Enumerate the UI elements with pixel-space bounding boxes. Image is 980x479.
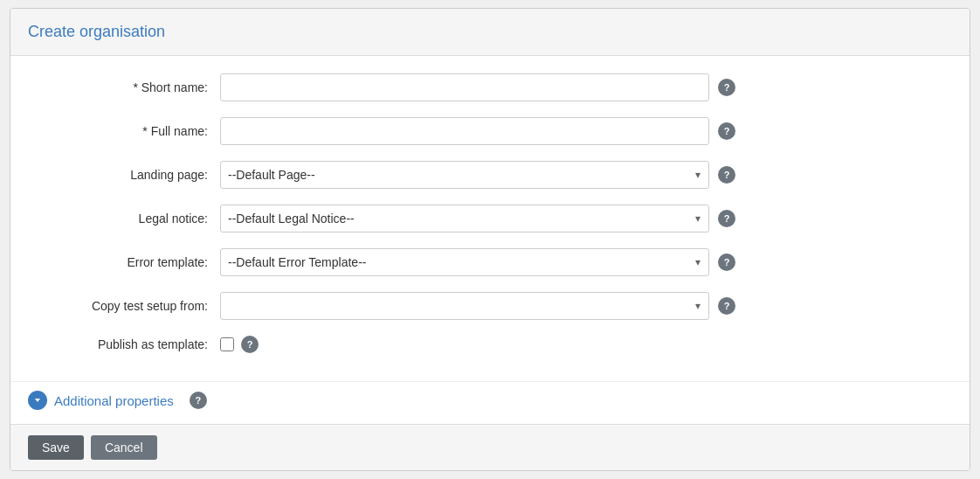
copy-test-control-wrap: ▾ (220, 292, 709, 320)
error-template-select-wrap: --Default Error Template-- ▾ (220, 248, 709, 276)
error-template-help-icon[interactable]: ? (718, 253, 735, 271)
copy-test-row: Copy test setup from: ▾ ? (28, 292, 952, 320)
short-name-control-wrap (220, 73, 709, 101)
additional-properties-help-icon[interactable]: ? (190, 392, 207, 409)
legal-notice-label: Legal notice: (28, 212, 220, 226)
landing-page-row: Landing page: --Default Page-- ▾ ? (28, 161, 952, 189)
publish-template-row: Publish as template: ? (28, 336, 952, 353)
modal-title: Create organisation (28, 23, 952, 41)
publish-template-checkbox[interactable] (220, 337, 234, 351)
legal-notice-control-wrap: --Default Legal Notice-- ▾ (220, 205, 709, 233)
modal-footer: Save Cancel (10, 424, 970, 470)
full-name-help-icon[interactable]: ? (718, 122, 735, 140)
legal-notice-select-wrap: --Default Legal Notice-- ▾ (220, 205, 709, 233)
modal-body: * Short name: ? * Full name: ? Landing p… (10, 56, 970, 378)
landing-page-select[interactable]: --Default Page-- (220, 161, 709, 189)
create-organisation-modal: Create organisation * Short name: ? * Fu… (10, 8, 970, 471)
svg-marker-0 (35, 399, 40, 402)
landing-page-control-wrap: --Default Page-- ▾ (220, 161, 709, 189)
full-name-label: * Full name: (28, 124, 220, 138)
publish-template-label: Publish as template: (28, 337, 220, 351)
save-button[interactable]: Save (28, 435, 84, 460)
copy-test-help-icon[interactable]: ? (718, 297, 735, 315)
full-name-control-wrap (220, 117, 709, 145)
landing-page-select-wrap: --Default Page-- ▾ (220, 161, 709, 189)
copy-test-select-wrap: ▾ (220, 292, 709, 320)
publish-template-control-wrap: ? (220, 336, 709, 353)
copy-test-select[interactable] (220, 292, 709, 320)
full-name-row: * Full name: ? (28, 117, 952, 145)
short-name-row: * Short name: ? (28, 73, 952, 101)
additional-properties-label[interactable]: Additional properties (54, 393, 174, 408)
legal-notice-select[interactable]: --Default Legal Notice-- (220, 205, 709, 233)
full-name-input[interactable] (220, 117, 709, 145)
short-name-help-icon[interactable]: ? (718, 79, 735, 96)
landing-page-help-icon[interactable]: ? (718, 166, 735, 184)
additional-properties-toggle[interactable] (28, 391, 47, 410)
modal-header: Create organisation (10, 9, 970, 56)
error-template-select[interactable]: --Default Error Template-- (220, 248, 709, 276)
additional-properties-section: Additional properties ? (10, 381, 970, 424)
landing-page-label: Landing page: (28, 168, 220, 182)
cancel-button[interactable]: Cancel (91, 435, 157, 460)
error-template-row: Error template: --Default Error Template… (28, 248, 952, 276)
legal-notice-help-icon[interactable]: ? (718, 210, 735, 227)
legal-notice-row: Legal notice: --Default Legal Notice-- ▾… (28, 205, 952, 233)
publish-template-help-icon[interactable]: ? (241, 336, 259, 353)
short-name-input[interactable] (220, 73, 709, 101)
copy-test-label: Copy test setup from: (28, 299, 220, 313)
error-template-control-wrap: --Default Error Template-- ▾ (220, 248, 709, 276)
error-template-label: Error template: (28, 255, 220, 269)
short-name-label: * Short name: (28, 80, 220, 94)
